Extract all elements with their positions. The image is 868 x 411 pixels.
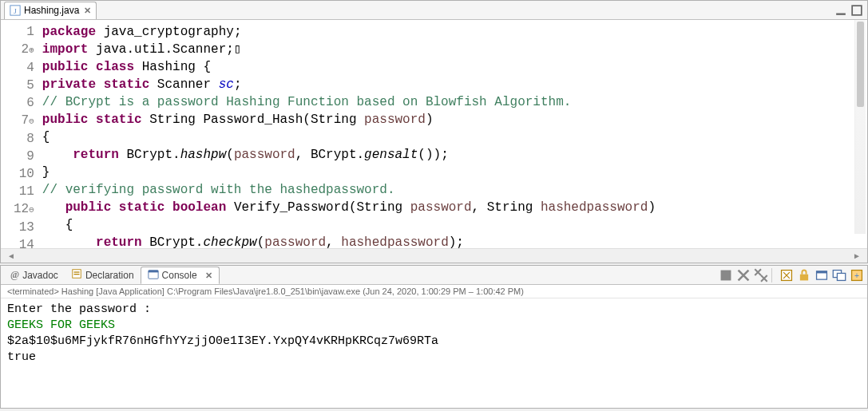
gutter-line: 7⊖ xyxy=(14,112,34,130)
svg-rect-8 xyxy=(148,270,157,272)
editor-tab-bar: J Hashing.java ✕ xyxy=(1,1,867,20)
maximize-icon[interactable] xyxy=(851,5,862,16)
svg-rect-15 xyxy=(837,273,845,280)
editor-tab-label: Hashing.java xyxy=(24,5,79,16)
gutter-line: 12⊖ xyxy=(14,200,34,219)
svg-rect-3 xyxy=(852,6,862,15)
console-icon xyxy=(148,269,159,283)
code-line[interactable]: { xyxy=(42,128,859,146)
code-viewport[interactable]: 1 2⊕4 5 6 7⊖8 9 10 11 12⊖13 14 package j… xyxy=(1,20,867,248)
console-line-result: true xyxy=(7,350,861,366)
console-line-prompt: Enter the password : xyxy=(7,302,861,318)
code-line[interactable]: // BCrypt is a password Hashing Function… xyxy=(42,93,859,111)
bottom-panel: @ Javadoc Declaration Console ✕ + xyxy=(0,265,868,409)
gutter-line: 1 xyxy=(14,23,34,41)
gutter-line: 8 xyxy=(14,130,34,148)
javadoc-icon: @ xyxy=(10,269,19,281)
line-gutter: 1 2⊕4 5 6 7⊖8 9 10 11 12⊖13 14 xyxy=(1,23,42,248)
code-line[interactable]: return BCrypt.hashpw(password, BCrypt.ge… xyxy=(42,146,859,164)
code-line[interactable]: private static Scanner sc; xyxy=(42,76,859,93)
pin-console-icon[interactable] xyxy=(814,268,829,283)
svg-rect-9 xyxy=(721,270,731,280)
svg-rect-5 xyxy=(73,271,79,272)
code-line[interactable]: return BCrypt.checkpw(password, hashedpa… xyxy=(42,234,859,248)
svg-rect-2 xyxy=(836,13,846,14)
code-line[interactable]: package java_cryptography; xyxy=(42,23,859,41)
code-line[interactable]: public class Hashing { xyxy=(42,58,859,76)
clear-console-icon[interactable] xyxy=(779,268,794,283)
tab-javadoc[interactable]: @ Javadoc xyxy=(4,267,65,284)
java-file-icon: J xyxy=(10,5,21,16)
declaration-icon xyxy=(71,268,82,282)
launch-status-line: <terminated> Hashing [Java Application] … xyxy=(1,285,867,298)
code-line[interactable]: } xyxy=(42,164,859,181)
scroll-right-icon[interactable]: ► xyxy=(853,251,861,260)
code-content[interactable]: package java_cryptography;import java.ut… xyxy=(42,23,867,248)
tab-console[interactable]: Console ✕ xyxy=(141,267,220,284)
console-line-input: GEEKS FOR GEEKS xyxy=(7,318,861,334)
remove-all-icon[interactable] xyxy=(754,268,768,283)
tab-console-label: Console xyxy=(162,270,197,281)
tab-declaration-label: Declaration xyxy=(85,270,134,281)
vertical-scrollbar[interactable] xyxy=(854,20,866,234)
display-console-icon[interactable] xyxy=(832,268,846,283)
code-line[interactable]: { xyxy=(42,216,859,234)
scroll-left-icon[interactable]: ◄ xyxy=(7,251,15,260)
gutter-line: 10 xyxy=(14,165,34,183)
gutter-line: 14 xyxy=(14,236,34,248)
gutter-line: 9 xyxy=(14,148,34,165)
close-icon[interactable]: ✕ xyxy=(205,271,212,281)
svg-rect-13 xyxy=(817,271,827,273)
minimize-icon[interactable] xyxy=(835,5,846,16)
tab-declaration[interactable]: Declaration xyxy=(65,267,141,284)
svg-rect-11 xyxy=(800,274,808,280)
open-console-icon[interactable]: + xyxy=(850,268,864,283)
gutter-line: 5 xyxy=(14,77,34,94)
editor-window-controls xyxy=(835,5,867,16)
code-line[interactable]: // verifying password with the hashedpas… xyxy=(42,181,859,199)
gutter-line: 11 xyxy=(14,183,34,200)
svg-rect-6 xyxy=(73,274,79,275)
gutter-line: 4 xyxy=(14,59,34,77)
horizontal-scrollbar[interactable]: ◄ ► xyxy=(1,248,867,263)
toolbar-separator xyxy=(771,268,776,283)
code-line[interactable]: public static boolean Verify_Password(St… xyxy=(42,199,859,216)
code-line[interactable]: public static String Password_Hash(Strin… xyxy=(42,111,859,128)
tab-javadoc-label: Javadoc xyxy=(22,270,58,281)
view-tab-bar: @ Javadoc Declaration Console ✕ + xyxy=(1,266,867,285)
gutter-line: 6 xyxy=(14,94,34,112)
scroll-lock-icon[interactable] xyxy=(797,268,811,283)
console-line-hash: $2a$10$u6MFjykfR76nHGfhYYzjjO0e1I3EY.Yxp… xyxy=(7,334,861,350)
close-icon[interactable]: ✕ xyxy=(84,6,91,16)
console-output[interactable]: Enter the password : GEEKS FOR GEEKS $2a… xyxy=(1,298,867,369)
editor-tab-hashing[interactable]: J Hashing.java ✕ xyxy=(4,2,97,19)
terminate-icon[interactable] xyxy=(719,268,733,283)
console-toolbar: + xyxy=(719,268,864,283)
remove-launch-icon[interactable] xyxy=(736,268,751,283)
editor-panel: J Hashing.java ✕ 1 2⊕4 5 6 7⊖8 9 10 11 1… xyxy=(0,0,868,263)
gutter-line: 2⊕ xyxy=(14,41,34,59)
svg-text:+: + xyxy=(854,271,859,279)
code-line[interactable]: import java.util.Scanner;▯ xyxy=(42,41,859,58)
gutter-line: 13 xyxy=(14,219,34,236)
svg-text:J: J xyxy=(14,7,17,15)
